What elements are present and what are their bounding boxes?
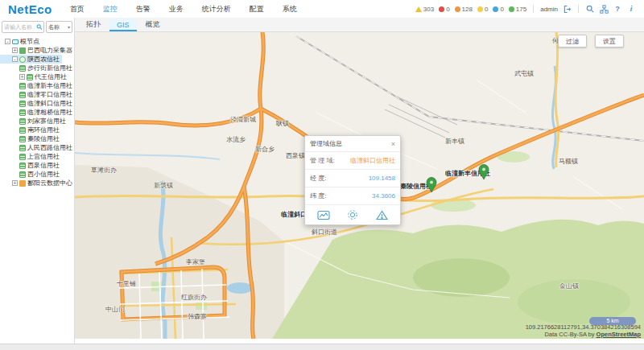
map-pin-icon — [478, 164, 489, 180]
close-icon[interactable]: × — [391, 141, 395, 147]
tree-item-label: 临潼斜口信用社 — [27, 99, 72, 108]
performance-button[interactable] — [317, 210, 330, 220]
map-town-label: 中山门 — [105, 305, 125, 314]
alarm-minor-icon — [477, 6, 483, 12]
tree-item[interactable]: 人民西路信用社 — [0, 143, 75, 152]
expand-toggle[interactable]: - — [12, 56, 18, 62]
tree-item[interactable]: 临潼新丰信用社 — [0, 81, 75, 90]
tree-item[interactable]: +鄱阳云数据中心 — [0, 179, 75, 187]
search-icon[interactable] — [585, 4, 595, 14]
site-icon — [19, 154, 26, 160]
badge-count: 0 — [500, 6, 503, 13]
map-settings-button[interactable]: 设置 — [595, 35, 624, 47]
tree-item-label: 上营信用社 — [27, 152, 60, 161]
logout-icon[interactable] — [562, 4, 572, 14]
tree-item[interactable]: 临潼零口信用社 — [0, 90, 75, 99]
expand-toggle[interactable]: + — [12, 47, 18, 53]
tree-item[interactable]: 刘家寨信用社 — [0, 117, 68, 126]
tree-item[interactable]: 南环信用社 — [0, 126, 62, 134]
nav-item[interactable]: 业务 — [169, 4, 184, 14]
site-icon — [19, 83, 26, 89]
bottom-scrollbar[interactable] — [0, 344, 644, 350]
tab-概览[interactable]: 概览 — [138, 18, 167, 31]
search-input[interactable] — [4, 24, 36, 30]
top-nav: NetEco 首页监控告警业务统计分析配置系统 303012800175 adm… — [0, 0, 644, 19]
field-label: 管 理 域: — [310, 156, 335, 165]
username: admin — [540, 6, 558, 13]
event-warning-badge[interactable]: 303 — [415, 6, 434, 13]
nav-item[interactable]: 告警 — [136, 4, 151, 14]
map-town-label: 草滩街办 — [91, 166, 117, 175]
help-icon[interactable]: ? — [613, 4, 622, 14]
tree-item[interactable]: 西泉信用社 — [0, 161, 62, 170]
tree-item-label: 临潼新丰信用社 — [27, 81, 72, 90]
nav-item[interactable]: 首页 — [70, 4, 85, 14]
map-canvas[interactable]: 过滤 设置 管理域信息 × 管 理 域: 临潼斜口信用社 经 度: 109.14… — [75, 32, 644, 339]
popup-row-longitude: 经 度: 109.1458 — [305, 169, 400, 187]
attribution-text: Data CC-By-SA by — [544, 331, 596, 338]
domain-link[interactable]: 临潼斜口信用社 — [350, 156, 395, 165]
topology-icon[interactable] — [599, 4, 609, 14]
openstreetmap-link[interactable]: OpenStreetMap — [597, 331, 641, 338]
tree-item[interactable]: 临潼斜口信用社 — [0, 99, 75, 108]
chevron-down-icon: ▾ — [68, 24, 70, 30]
filter-button[interactable]: 过滤 — [558, 35, 587, 47]
search-input-wrap — [2, 21, 44, 33]
info-icon[interactable]: i — [626, 4, 636, 14]
tree-item-label: 根节点 — [20, 37, 39, 46]
expand-toggle[interactable]: + — [19, 74, 25, 80]
tree-item[interactable]: 西小信用社 — [0, 170, 62, 179]
search-type-dropdown[interactable]: 名称 ▾ — [46, 21, 72, 33]
tree-item[interactable]: +巴西电力采集器 — [0, 46, 75, 55]
map-coordinates: 109.2176628112791,34.370384216308594 — [526, 323, 641, 331]
tree-item[interactable]: 步行街新信用社 — [0, 64, 75, 72]
map-town-label: 红旗街办 — [181, 293, 207, 302]
search-icon[interactable] — [36, 23, 43, 31]
settings-button[interactable] — [347, 209, 358, 220]
alarm-warning-icon — [493, 6, 498, 12]
alarm-button[interactable] — [376, 210, 388, 220]
map-town-label: 韩森寨 — [188, 312, 207, 321]
tree-item-label: 西小信用社 — [27, 170, 60, 179]
device-tree: -根节点+巴西电力采集器-陕西农信社步行街新信用社+代王信用社临潼新丰信用社临潼… — [0, 37, 74, 187]
expand-toggle[interactable]: + — [12, 180, 18, 186]
alarm-normal-icon — [509, 6, 514, 12]
map-town-label: 十里铺 — [117, 279, 136, 288]
badge-count: 303 — [423, 6, 434, 13]
tree-item-label: 步行街新信用社 — [27, 64, 72, 72]
map-town-label: 金山镇 — [559, 282, 579, 290]
map-town-label: 斜口街道 — [312, 228, 337, 237]
alarm-normal-badge[interactable]: 175 — [509, 6, 526, 13]
nav-item[interactable]: 监控 — [103, 4, 118, 14]
tree-item[interactable]: -根节点 — [0, 37, 42, 46]
tree-item[interactable]: -陕西农信社 — [0, 55, 62, 64]
site-icon — [19, 127, 26, 134]
popup-row-latitude: 纬 度: 34.3606 — [305, 187, 400, 204]
tree-item[interactable]: 秦陵信用社 — [0, 134, 62, 143]
tree-item[interactable]: +代王信用社 — [0, 72, 69, 81]
tab-GIS[interactable]: GIS — [109, 18, 137, 31]
nav-item[interactable]: 统计分析 — [202, 4, 231, 14]
event-warning-icon — [415, 6, 422, 12]
badge-count: 0 — [485, 6, 488, 13]
tree-item-label: 秦陵信用社 — [27, 134, 60, 143]
main-menu: 首页监控告警业务统计分析配置系统 — [70, 4, 297, 14]
badge-count: 128 — [462, 6, 473, 13]
expand-toggle[interactable]: - — [5, 39, 10, 44]
tree-item[interactable]: 上营信用社 — [0, 152, 62, 161]
tab-拓扑[interactable]: 拓扑 — [79, 18, 108, 31]
badge-count: 0 — [446, 6, 449, 13]
map-town-label: 泾渭新城 — [230, 115, 256, 124]
alarm-critical-badge[interactable]: 0 — [439, 6, 449, 13]
alarm-major-badge[interactable]: 128 — [455, 6, 473, 13]
map-town-label: 马额镇 — [559, 157, 578, 166]
nav-item[interactable]: 配置 — [250, 4, 264, 14]
tree-item[interactable]: 临潼相桥信用社 — [0, 108, 75, 117]
site-icon — [19, 145, 26, 151]
site-icon — [19, 92, 26, 98]
popup-header: 管理域信息 × — [305, 136, 400, 151]
map-town-label: 水流乡 — [226, 135, 246, 144]
nav-item[interactable]: 系统 — [283, 4, 297, 14]
alarm-warning-badge[interactable]: 0 — [493, 6, 503, 13]
alarm-minor-badge[interactable]: 0 — [477, 6, 488, 13]
